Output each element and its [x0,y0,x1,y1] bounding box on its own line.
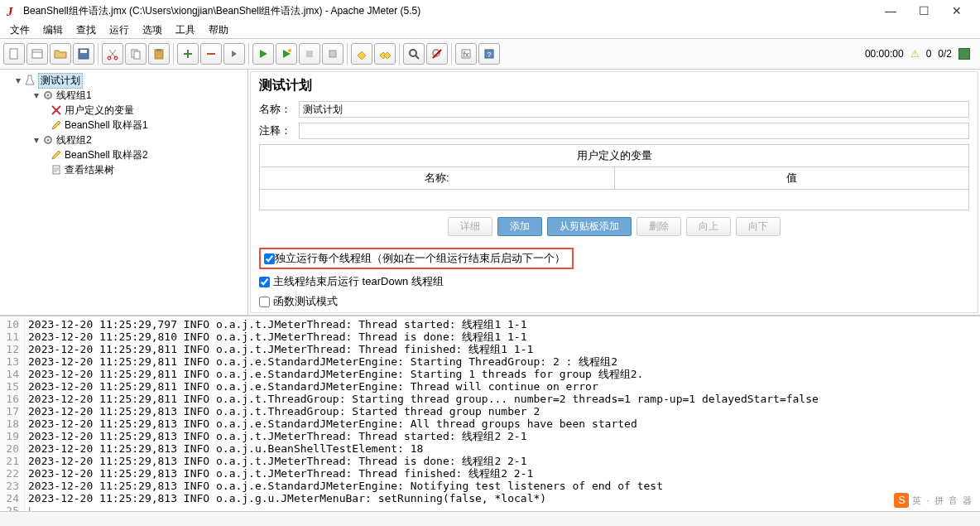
vars-title: 用户定义的变量 [260,145,968,166]
delete-button[interactable]: 删除 [637,217,681,236]
tree-node-results-tree[interactable]: 查看结果树 [65,163,114,177]
svg-rect-4 [80,50,87,53]
column-name: 名称: [260,167,615,189]
svg-rect-15 [306,51,313,57]
log-gutter: 10 11 12 13 14 15 16 17 18 19 20 21 22 2… [0,316,25,511]
up-button[interactable]: 向上 [686,217,731,236]
paper-icon [50,163,63,176]
clear-all-icon[interactable] [374,43,396,65]
status-bar [0,511,980,526]
close-button[interactable]: ✕ [940,4,973,17]
vars-table-body[interactable] [260,190,968,210]
menu-options[interactable]: 选项 [136,22,169,39]
menu-file[interactable]: 文件 [3,22,36,39]
function-helper-icon[interactable]: fx [455,43,477,65]
menu-search[interactable]: 查找 [70,22,103,39]
open-icon[interactable] [50,43,71,65]
chk3-label: 函数测试模式 [273,294,338,309]
svg-point-14 [288,49,291,52]
svg-rect-8 [134,51,140,59]
svg-rect-16 [329,51,336,57]
pencil-icon [50,148,63,162]
tree-toggle-icon[interactable]: ▾ [31,89,41,101]
name-input[interactable] [299,101,969,118]
down-button[interactable]: 向下 [736,217,781,236]
menu-run[interactable]: 运行 [103,22,136,39]
tree-node-thread-group-2[interactable]: 线程组2 [56,133,92,147]
new-icon[interactable] [3,43,25,65]
comment-input[interactable] [299,123,969,139]
warning-icon[interactable]: ⚠ [910,48,920,60]
svg-point-30 [47,139,50,142]
log-panel: 10 11 12 13 14 15 16 17 18 19 20 21 22 2… [0,315,980,511]
detail-button[interactable]: 详细 [448,217,492,236]
svg-text:fx: fx [463,51,469,59]
run-thread-groups-serial-checkbox[interactable] [264,253,275,264]
add-button[interactable]: 添加 [497,217,542,236]
test-plan-tree[interactable]: ▾ 测试计划 ▾ 线程组1 用户定义的变量 BeanShell 取样器1 ▾ 线… [0,70,248,315]
window-title: BeanShell组件语法.jmx (C:\Users\xiongjian\Be… [23,4,874,18]
menu-bar: 文件 编辑 查找 运行 选项 工具 帮助 [0,22,980,38]
functional-test-checkbox[interactable] [259,297,270,307]
svg-text:?: ? [487,51,491,59]
tree-node-thread-group-1[interactable]: 线程组1 [56,89,92,103]
thread-count: 0/2 [938,48,952,60]
stop-icon[interactable] [299,43,320,65]
menu-edit[interactable]: 编辑 [36,22,70,39]
save-icon[interactable] [73,43,94,65]
tree-node-user-vars[interactable]: 用户定义的变量 [65,104,134,118]
cross-icon [50,104,63,117]
panel-heading: 测试计划 [259,77,969,94]
templates-icon[interactable] [26,43,48,65]
menu-help[interactable]: 帮助 [202,22,235,39]
clear-icon[interactable] [351,43,372,65]
paste-icon[interactable] [148,43,170,65]
tree-toggle-icon[interactable]: ▾ [31,134,41,146]
minimize-button[interactable]: — [874,4,907,17]
tree-toggle-icon[interactable]: ▾ [13,75,23,86]
toggle-icon[interactable] [223,43,245,65]
tree-node-beanshell-2[interactable]: BeanShell 取样器2 [65,148,148,162]
svg-rect-0 [10,49,17,59]
collapse-icon[interactable] [200,43,222,65]
copy-icon[interactable] [125,43,147,65]
watermark: S 英 · 拼 音 器 [894,493,972,508]
pencil-icon [50,118,63,132]
tree-node-test-plan[interactable]: 测试计划 [38,73,83,89]
comment-label: 注释： [259,123,299,138]
cut-icon[interactable] [102,43,123,65]
elapsed-time: 00:00:00 [865,48,904,60]
teardown-checkbox[interactable] [259,277,270,287]
column-value: 值 [615,167,969,189]
run-indicator-icon [958,48,970,60]
gear-icon [41,133,55,147]
reset-search-icon[interactable] [426,43,448,65]
flask-icon [23,74,36,87]
watermark-logo-icon: S [894,493,909,508]
svg-rect-1 [32,50,42,58]
start-no-timers-icon[interactable] [276,43,297,65]
menu-tools[interactable]: 工具 [169,22,202,39]
title-bar: J BeanShell组件语法.jmx (C:\Users\xiongjian\… [0,0,980,22]
app-icon: J [7,5,18,17]
gear-icon [41,89,55,102]
add-from-clipboard-button[interactable]: 从剪贴板添加 [547,217,632,236]
error-count: 0 [926,48,932,60]
shutdown-icon[interactable] [322,43,343,65]
svg-line-18 [416,55,419,59]
watermark-text: 英 · 拼 音 器 [912,495,972,507]
maximize-button[interactable]: ☐ [907,4,940,17]
tree-node-beanshell-1[interactable]: BeanShell 取样器1 [65,118,148,133]
chk1-label: 独立运行每个线程组（例如在一个组运行结束后启动下一个） [275,251,565,266]
help-icon[interactable]: ? [478,43,500,65]
name-label: 名称： [259,102,299,117]
svg-point-26 [47,94,50,97]
svg-rect-10 [156,49,161,51]
search-icon[interactable] [403,43,425,65]
log-text[interactable]: 2023-12-20 11:25:29,797 INFO o.a.j.t.JMe… [25,316,980,511]
chk2-label: 主线程结束后运行 tearDown 线程组 [273,274,444,289]
start-icon[interactable] [252,43,274,65]
toolbar: fx ? 00:00:00 ⚠ 0 0/2 [0,38,980,70]
detail-panel: 测试计划 名称： 注释： 用户定义的变量 名称: 值 详细 添加 从剪贴板添加 … [250,71,978,313]
expand-icon[interactable] [177,43,199,65]
